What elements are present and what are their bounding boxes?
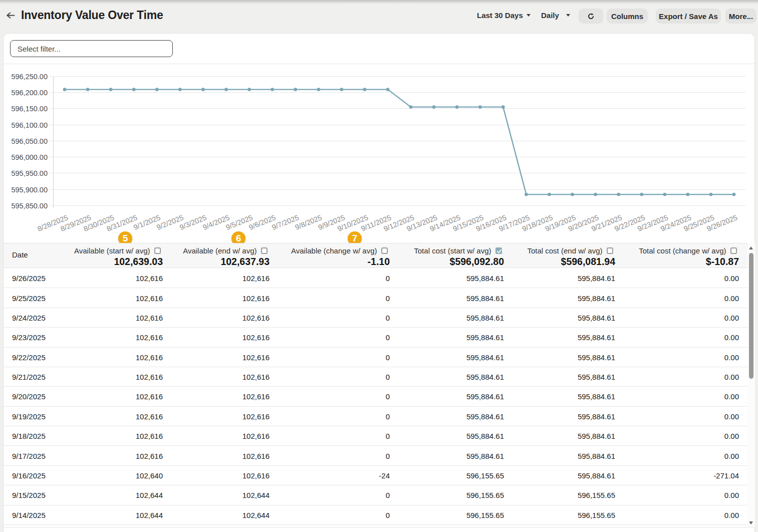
- svg-text:595,950.00: 595,950.00: [11, 169, 48, 177]
- svg-text:595,900.00: 595,900.00: [11, 186, 48, 194]
- svg-text:596,000.00: 596,000.00: [11, 153, 48, 161]
- svg-text:596,050.00: 596,050.00: [11, 137, 48, 145]
- svg-text:596,150.00: 596,150.00: [11, 105, 48, 113]
- svg-text:596,200.00: 596,200.00: [11, 89, 48, 97]
- svg-text:595,850.00: 595,850.00: [11, 202, 48, 210]
- svg-text:596,100.00: 596,100.00: [11, 121, 48, 129]
- svg-text:596,250.00: 596,250.00: [11, 73, 48, 81]
